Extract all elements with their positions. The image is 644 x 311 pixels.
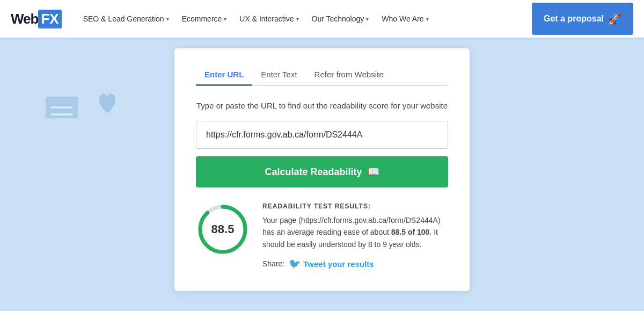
share-label: Share: bbox=[262, 259, 284, 268]
logo-fx-text: FX bbox=[38, 10, 61, 28]
background-decorations bbox=[0, 38, 161, 118]
url-input[interactable] bbox=[196, 121, 448, 149]
logo-web-text: Web bbox=[11, 11, 38, 27]
nav-item-ecommerce[interactable]: Ecommerce ▾ bbox=[177, 10, 232, 27]
tab-refer-website-label: Refer from Website bbox=[314, 70, 384, 79]
chevron-down-icon: ▾ bbox=[426, 16, 429, 22]
tab-bar: Enter URL Enter Text Refer from Website bbox=[196, 64, 448, 86]
tab-enter-url-label: Enter URL bbox=[204, 70, 244, 79]
nav-ux-label: UX & Interactive bbox=[239, 15, 294, 23]
chevron-down-icon: ▾ bbox=[296, 16, 299, 22]
chevron-down-icon: ▾ bbox=[166, 16, 169, 22]
nav-ecommerce-label: Ecommerce bbox=[182, 15, 222, 23]
tweet-label: Tweet your results bbox=[303, 259, 374, 269]
tweet-results-link[interactable]: 🐦 Tweet your results bbox=[289, 258, 374, 270]
nav-item-ux[interactable]: UX & Interactive ▾ bbox=[234, 10, 304, 27]
main-nav: SEO & Lead Generation ▾ Ecommerce ▾ UX &… bbox=[78, 10, 532, 27]
nav-whoweare-label: Who We Are bbox=[382, 15, 423, 23]
tab-enter-text-label: Enter Text bbox=[261, 70, 297, 79]
share-row: Share: 🐦 Tweet your results bbox=[262, 258, 448, 270]
results-area: 88.5 READABILITY TEST RESULTS: Your page… bbox=[196, 202, 448, 270]
rocket-icon: 🚀 bbox=[608, 12, 621, 25]
svg-rect-6 bbox=[46, 97, 78, 118]
calc-button-label: Calculate Readability bbox=[265, 167, 362, 178]
score-number: 88.5 bbox=[211, 222, 235, 236]
nav-item-whoweare[interactable]: Who We Are ▾ bbox=[376, 10, 434, 27]
readability-card: Enter URL Enter Text Refer from Website … bbox=[174, 48, 470, 291]
nav-seo-label: SEO & Lead Generation bbox=[83, 15, 164, 23]
results-text-area: READABILITY TEST RESULTS: Your page (htt… bbox=[262, 202, 448, 270]
results-label: READABILITY TEST RESULTS: bbox=[262, 202, 448, 210]
logo[interactable]: WebFX bbox=[11, 10, 62, 28]
twitter-bird-icon: 🐦 bbox=[289, 258, 301, 270]
chevron-down-icon: ▾ bbox=[366, 16, 369, 22]
score-circle: 88.5 bbox=[196, 202, 250, 256]
calculate-readability-button[interactable]: Calculate Readability 📖 bbox=[196, 156, 448, 187]
nav-item-seo[interactable]: SEO & Lead Generation ▾ bbox=[78, 10, 174, 27]
results-body: Your page (https://cfr.forms.gov.ab.ca/f… bbox=[262, 214, 448, 250]
get-proposal-button[interactable]: Get a proposal 🚀 bbox=[532, 3, 633, 35]
nav-technology-label: Our Technology bbox=[312, 15, 364, 23]
tab-refer-website[interactable]: Refer from Website bbox=[306, 64, 392, 86]
tab-enter-text[interactable]: Enter Text bbox=[252, 64, 305, 86]
url-description: Type or paste the URL to find out the re… bbox=[196, 101, 448, 110]
header: WebFX SEO & Lead Generation ▾ Ecommerce … bbox=[0, 0, 644, 38]
background-area: Enter URL Enter Text Refer from Website … bbox=[0, 38, 644, 311]
nav-item-technology[interactable]: Our Technology ▾ bbox=[306, 10, 375, 27]
book-icon: 📖 bbox=[368, 166, 379, 178]
chevron-down-icon: ▾ bbox=[224, 16, 226, 22]
tab-enter-url[interactable]: Enter URL bbox=[196, 64, 252, 86]
cta-label: Get a proposal bbox=[544, 14, 604, 24]
results-score-highlight: 88.5 of 100 bbox=[391, 228, 430, 236]
